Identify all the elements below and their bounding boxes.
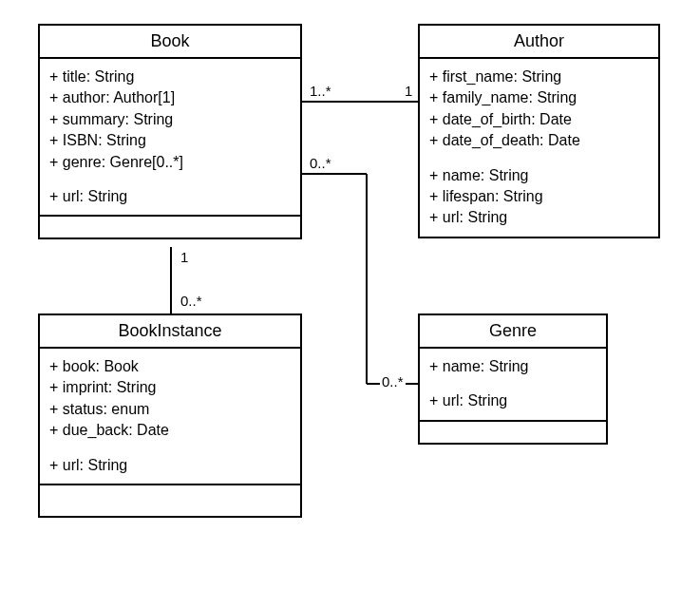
author-attr: + first_name: String <box>429 66 649 87</box>
mult-book-author-author: 1 <box>403 83 414 99</box>
author-attr: + name: String <box>429 165 649 186</box>
bookinstance-attr: + status: enum <box>49 399 291 420</box>
book-attr: + genre: Genre[0..*] <box>49 152 291 173</box>
bookinstance-attr: + due_back: Date <box>49 420 291 441</box>
class-author: Author + first_name: String + family_nam… <box>418 24 660 238</box>
class-book-body: + title: String + author: Author[1] + su… <box>40 59 300 217</box>
mult-book-genre-genre: 0..* <box>380 373 406 390</box>
author-attr: + url: String <box>429 207 649 228</box>
mult-book-instance-book: 1 <box>179 249 190 265</box>
author-attr: + lifespan: String <box>429 186 649 207</box>
bookinstance-attr: + imprint: String <box>49 377 291 398</box>
book-attr: + summary: String <box>49 109 291 130</box>
class-book-footer <box>40 217 300 238</box>
bookinstance-attr: + url: String <box>49 455 291 476</box>
author-attr: + date_of_birth: Date <box>429 109 649 130</box>
genre-attr: + name: String <box>429 356 596 377</box>
class-book: Book + title: String + author: Author[1]… <box>38 24 302 239</box>
class-author-body: + first_name: String + family_name: Stri… <box>420 59 658 237</box>
class-genre: Genre + name: String + url: String <box>418 314 608 445</box>
author-attr: + family_name: String <box>429 87 649 108</box>
class-genre-footer <box>420 422 606 443</box>
class-genre-body: + name: String + url: String <box>420 349 606 422</box>
book-attr: + url: String <box>49 186 291 207</box>
mult-book-author-book: 1..* <box>308 83 333 99</box>
genre-attr: + url: String <box>429 390 596 411</box>
mult-book-instance-instance: 0..* <box>179 293 204 309</box>
book-attr: + title: String <box>49 66 291 87</box>
class-genre-title: Genre <box>420 315 606 349</box>
author-attr: + date_of_death: Date <box>429 130 649 151</box>
class-bookinstance-footer <box>40 485 300 516</box>
class-bookinstance: BookInstance + book: Book + imprint: Str… <box>38 314 302 518</box>
mult-book-genre-book: 0..* <box>308 155 333 171</box>
bookinstance-attr: + book: Book <box>49 356 291 377</box>
class-bookinstance-title: BookInstance <box>40 315 300 349</box>
book-attr: + ISBN: String <box>49 130 291 151</box>
class-bookinstance-body: + book: Book + imprint: String + status:… <box>40 349 300 485</box>
book-attr: + author: Author[1] <box>49 87 291 108</box>
class-book-title: Book <box>40 26 300 59</box>
class-author-title: Author <box>420 26 658 59</box>
